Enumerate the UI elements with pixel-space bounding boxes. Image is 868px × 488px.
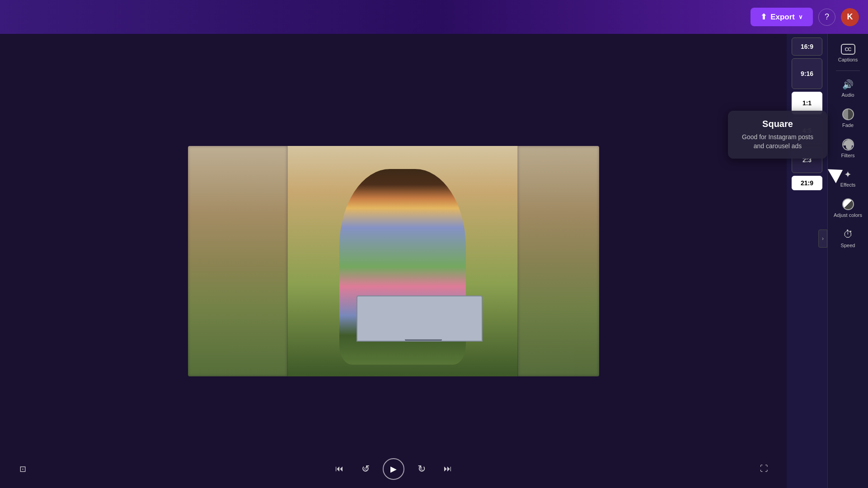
top-bar: ⬆ Export ∨ ? K (0, 0, 868, 34)
aspect-9-16-button[interactable]: 9:16 (792, 58, 822, 89)
help-icon: ? (825, 12, 829, 22)
aspect-9-16-label: 9:16 (801, 70, 813, 77)
collapse-icon: › (822, 235, 824, 242)
main-area: ⊡ ⏮ ↺ 5 ▶ ↻ 5 ⏭ (0, 34, 868, 488)
aspect-16-9-label: 16:9 (801, 43, 813, 50)
aspect-4-5-button[interactable]: 4:5 (792, 117, 822, 144)
effects-label: Effects (840, 182, 855, 188)
aspect-1-1-label: 1:1 (802, 99, 812, 107)
sidebar-item-captions[interactable]: CC Captions (830, 39, 866, 67)
sidebar-item-adjust-colors[interactable]: Adjust colors (830, 194, 866, 222)
video-container (188, 146, 599, 376)
fade-icon-shape (842, 108, 854, 120)
captions-icon: CC (841, 44, 855, 55)
help-button[interactable]: ? (818, 9, 835, 26)
filters-label: Filters (841, 153, 855, 158)
fullscreen-button[interactable]: ⛶ (755, 460, 773, 478)
skip-forward-button[interactable]: ⏭ (439, 460, 457, 478)
speed-label: Speed (841, 243, 855, 248)
forward-seconds: 5 (420, 467, 423, 472)
skip-forward-icon: ⏭ (444, 464, 452, 474)
play-button[interactable]: ▶ (383, 458, 404, 480)
fade-icon (842, 108, 854, 120)
bottom-bar: ⊡ ⏮ ↺ 5 ▶ ↻ 5 ⏭ (0, 450, 787, 488)
bottom-right-controls: ⛶ (755, 460, 773, 478)
avatar[interactable]: K (841, 8, 859, 26)
aspect-16-9-button[interactable]: 16:9 (792, 38, 822, 56)
fade-label: Fade (842, 122, 854, 128)
adjust-colors-label: Adjust colors (834, 212, 862, 218)
filters-icon (842, 139, 854, 150)
aspect-21-9-button[interactable]: 21:9 (792, 176, 822, 190)
avatar-letter: K (847, 12, 853, 22)
sidebar-item-filters[interactable]: Filters (830, 134, 866, 163)
export-button[interactable]: ⬆ Export ∨ (751, 8, 813, 26)
sidebar-item-audio[interactable]: 🔊 Audio (830, 75, 866, 102)
sidebar-divider-1 (836, 70, 860, 71)
skip-back-button[interactable]: ⏮ (330, 460, 348, 478)
video-area: ⊡ ⏮ ↺ 5 ▶ ↻ 5 ⏭ (0, 34, 787, 488)
kitchen-scene (188, 146, 599, 376)
aspect-ratio-panel: 16:9 9:16 1:1 4:5 2:3 21:9 (787, 34, 827, 488)
aspect-1-1-button[interactable]: 1:1 (792, 92, 822, 114)
aspect-4-5-label: 4:5 (802, 127, 812, 134)
adjust-colors-icon (842, 198, 854, 210)
aspect-2-3-label: 2:3 (802, 156, 812, 164)
speed-icon: ⏱ (843, 229, 853, 240)
subtitles-icon: ⊡ (19, 464, 26, 474)
bottom-center-controls: ⏮ ↺ 5 ▶ ↻ 5 ⏭ (330, 458, 457, 480)
bottom-left-controls: ⊡ (14, 460, 32, 478)
rewind-seconds: 5 (364, 467, 367, 472)
rewind-button[interactable]: ↺ 5 (357, 460, 375, 478)
audio-icon: 🔊 (842, 79, 854, 90)
sidebar-collapse-button[interactable]: › (818, 230, 827, 248)
export-chevron-icon: ∨ (798, 14, 803, 20)
captions-label: Captions (838, 57, 858, 62)
right-sidebar: CC Captions 🔊 Audio Fade Filters ✦ Effec… (827, 34, 868, 488)
fullscreen-icon: ⛶ (760, 464, 768, 474)
sidebar-item-fade[interactable]: Fade (830, 104, 866, 132)
forward-button[interactable]: ↻ 5 (413, 460, 431, 478)
sidebar-item-speed[interactable]: ⏱ Speed (830, 224, 866, 253)
aspect-21-9-label: 21:9 (801, 179, 813, 187)
audio-label: Audio (841, 92, 854, 98)
laptop (357, 296, 483, 342)
export-label: Export (770, 13, 795, 22)
export-upload-icon: ⬆ (760, 12, 767, 22)
aspect-2-3-button[interactable]: 2:3 (792, 147, 822, 173)
skip-back-icon: ⏮ (335, 464, 343, 474)
subtitles-button[interactable]: ⊡ (14, 460, 32, 478)
video-center (287, 146, 518, 376)
play-icon: ▶ (390, 464, 397, 474)
